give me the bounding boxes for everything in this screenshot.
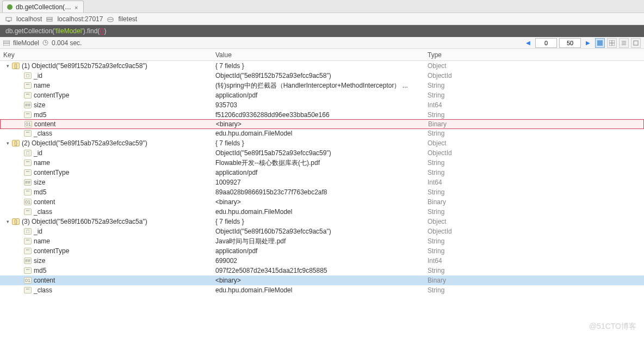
svg-rect-11 — [597, 40, 603, 46]
svg-rect-1 — [8, 21, 10, 22]
table-row[interactable]: ""contentTypeapplication/pdfString — [0, 90, 644, 100]
str-field-icon: "" — [24, 130, 32, 137]
table-row[interactable]: □_idObjectId("5e89f160b752a93efcc9ac5a")… — [0, 226, 644, 236]
field-value: Flowable开发--核心数据库表(七).pdf — [212, 158, 424, 168]
field-key: (1) ObjectId("5e89f152b752a93efcc9ac58") — [22, 62, 147, 70]
table-row[interactable]: 01content<binary>Binary — [0, 197, 644, 207]
table-row[interactable]: □_idObjectId("5e89f152b752a93efcc9ac58")… — [0, 71, 644, 81]
num-field-icon: ## — [24, 258, 32, 264]
chevron-down-icon[interactable]: ▾ — [4, 63, 11, 69]
str-field-icon: "" — [24, 112, 32, 118]
table-row[interactable]: ##size935703Int64 — [0, 100, 644, 110]
breadcrumb-server: localhost:27017 — [57, 15, 103, 23]
svg-rect-2 — [47, 17, 52, 19]
table-row[interactable]: □_idObjectId("5e89f15ab752a93efcc9ac59")… — [0, 148, 644, 158]
tab-label: db.getCollection(… — [16, 3, 71, 11]
field-value: 935703 — [212, 101, 424, 109]
query-bar[interactable]: db.getCollection('fileModel').find({}) — [0, 25, 644, 37]
svg-rect-3 — [47, 20, 52, 21]
field-key: size — [34, 257, 45, 265]
table-row[interactable]: ▾{}(2) ObjectId("5e89f15ab752a93efcc9ac5… — [0, 138, 644, 148]
str-field-icon: "" — [24, 248, 32, 254]
close-icon[interactable]: × — [75, 4, 80, 10]
table-row[interactable]: ""_classedu.hpu.domain.FileModelString — [0, 207, 644, 217]
server-icon — [46, 16, 53, 22]
page-next-button[interactable]: ▶ — [583, 38, 593, 48]
column-header-type[interactable]: Type — [424, 51, 644, 59]
field-type: String — [424, 82, 644, 89]
chevron-down-icon[interactable]: ▾ — [4, 218, 11, 225]
field-value: 097f22e5087d2e3415daa21fc9c85885 — [212, 267, 424, 274]
field-value: 1009927 — [212, 179, 424, 186]
field-type: String — [424, 286, 644, 294]
field-value: { 7 fields } — [212, 62, 424, 70]
str-field-icon: "" — [24, 160, 32, 166]
database-icon — [107, 16, 114, 22]
table-row[interactable]: ""md5f51206cd9336288dd96ee33bba50e166Str… — [0, 110, 644, 120]
str-field-icon: "" — [24, 209, 32, 215]
bin-field-icon: 01 — [24, 121, 32, 127]
field-type: ObjectId — [424, 149, 644, 157]
view-text-button[interactable] — [619, 38, 629, 48]
field-value: <binary> — [213, 120, 425, 128]
field-key: contentType — [34, 169, 69, 176]
chevron-down-icon[interactable]: ▾ — [4, 140, 11, 146]
table-row[interactable]: ##size1009927Int64 — [0, 177, 644, 187]
page-prev-button[interactable]: ◀ — [523, 38, 533, 48]
table-row[interactable]: ""_classedu.hpu.domain.FileModelString — [0, 128, 644, 138]
table-row[interactable]: ""contentTypeapplication/pdfString — [0, 168, 644, 177]
table-row[interactable]: 01content<binary>Binary — [0, 275, 644, 285]
collection-icon — [3, 40, 10, 46]
table-row[interactable]: ""md5097f22e5087d2e3415daa21fc9c85885Str… — [0, 266, 644, 275]
field-key: size — [34, 101, 45, 109]
num-field-icon: ## — [24, 102, 32, 108]
field-type: Int64 — [424, 257, 644, 265]
column-header-value[interactable]: Value — [212, 51, 424, 59]
field-value: <binary> — [212, 198, 424, 206]
page-limit-input[interactable] — [559, 38, 581, 48]
field-value: 89aa028b9866915b23c77f763ebc2af8 — [212, 188, 424, 196]
column-header-key[interactable]: Key — [0, 51, 212, 59]
field-value: edu.hpu.domain.FileModel — [212, 208, 424, 216]
table-row[interactable]: ""_classedu.hpu.domain.FileModelString — [0, 285, 644, 295]
view-table-button[interactable] — [607, 38, 617, 48]
str-field-icon: "" — [24, 238, 32, 244]
table-row[interactable]: ""nameJava时间与日期处理.pdfString — [0, 236, 644, 246]
obj-field-icon: {} — [12, 63, 20, 69]
field-value: edu.hpu.domain.FileModel — [212, 130, 424, 137]
query-tab[interactable]: db.getCollection(… × — [2, 1, 84, 13]
field-key: md5 — [34, 267, 46, 274]
field-key: md5 — [34, 188, 46, 196]
query-prefix: db.getCollection( — [5, 27, 54, 35]
field-type: Object — [424, 62, 644, 70]
id-field-icon: □ — [24, 72, 32, 79]
field-type: String — [424, 237, 644, 245]
query-arg: 'fileModel' — [54, 27, 83, 35]
field-type: Int64 — [424, 179, 644, 186]
field-value: edu.hpu.domain.FileModel — [212, 286, 424, 294]
view-tree-button[interactable] — [595, 38, 605, 48]
field-type: String — [424, 130, 644, 137]
table-row[interactable]: ""name(转)spring中的拦截器（HandlerInterceptor+… — [0, 81, 644, 90]
field-value: Java时间与日期处理.pdf — [212, 237, 424, 246]
field-type: ObjectId — [424, 228, 644, 235]
field-key: content — [34, 277, 55, 284]
result-tree[interactable]: ▾{}(1) ObjectId("5e89f152b752a93efcc9ac5… — [0, 61, 644, 337]
table-row[interactable]: ""contentTypeapplication/pdfString — [0, 246, 644, 256]
table-row[interactable]: ▾{}(1) ObjectId("5e89f152b752a93efcc9ac5… — [0, 61, 644, 71]
table-row[interactable]: ""nameFlowable开发--核心数据库表(七).pdfString — [0, 158, 644, 168]
tab-bar: db.getCollection(… × — [0, 0, 644, 13]
table-row[interactable]: ▾{}(3) ObjectId("5e89f160b752a93efcc9ac5… — [0, 217, 644, 226]
table-row[interactable]: 01content<binary>Binary — [0, 119, 644, 129]
field-value: ObjectId("5e89f15ab752a93efcc9ac59") — [212, 149, 424, 157]
field-type: String — [424, 91, 644, 99]
num-field-icon: ## — [24, 179, 32, 186]
breadcrumb-db: filetest — [118, 15, 137, 23]
view-popout-button[interactable] — [631, 38, 641, 48]
clock-icon — [42, 40, 48, 46]
page-offset-input[interactable] — [535, 38, 557, 48]
table-row[interactable]: ##size699002Int64 — [0, 256, 644, 266]
status-collection: fileModel — [13, 39, 39, 47]
field-type: Binary — [425, 120, 643, 128]
table-row[interactable]: ""md589aa028b9866915b23c77f763ebc2af8Str… — [0, 187, 644, 197]
